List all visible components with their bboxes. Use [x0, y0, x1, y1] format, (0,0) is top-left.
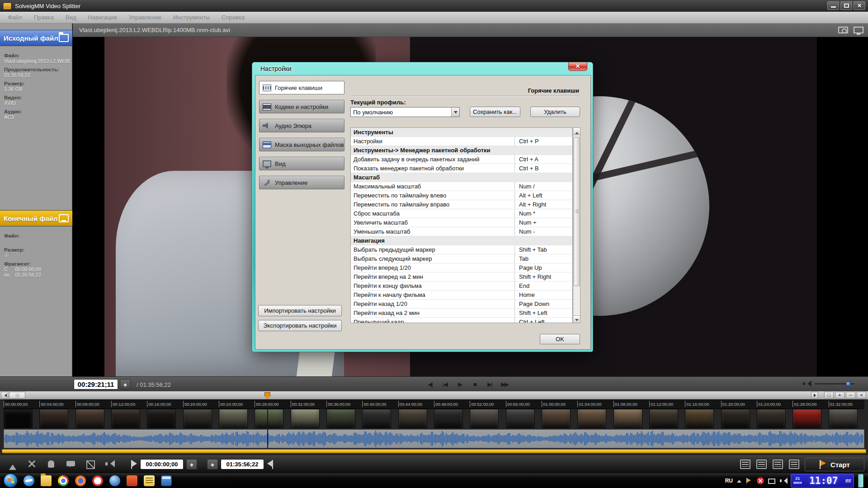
settings-tab[interactable]: Вид [259, 157, 344, 170]
menu-item[interactable]: Управление [123, 14, 167, 21]
export-settings-button[interactable]: Экспортировать настройки [258, 320, 342, 331]
edit-fragment-icon[interactable] [85, 459, 96, 469]
video-thumbnail[interactable] [685, 409, 714, 428]
video-thumbnail[interactable] [721, 409, 750, 428]
next-frame-button[interactable]: ▶▶ [499, 379, 510, 389]
close-button[interactable]: × [854, 1, 865, 10]
dialog-close-button[interactable]: ✕ [568, 62, 587, 71]
fragment-start-time-field[interactable]: 00:00:00;00 [140, 459, 184, 469]
video-thumbnail[interactable] [111, 409, 140, 428]
end-time-spinner[interactable] [207, 459, 218, 469]
hotkey-row[interactable]: Масштаб [351, 173, 572, 182]
chrome-icon[interactable] [58, 475, 69, 486]
hotkey-row[interactable]: Выбрать следующий маркер Tab [351, 254, 572, 263]
hotkey-row[interactable]: Перейти вперед 1/20 Page Up [351, 263, 572, 272]
hotkey-row[interactable]: Инструменты [351, 128, 572, 137]
video-thumbnail[interactable] [4, 409, 33, 428]
import-settings-button[interactable]: Импортировать настройки [258, 305, 342, 316]
volume-slider[interactable] [815, 383, 854, 385]
video-thumbnail[interactable] [542, 409, 571, 428]
video-thumbnail[interactable] [829, 409, 858, 428]
menu-item[interactable]: Справка [216, 14, 250, 21]
audio-waveform[interactable] [4, 429, 864, 448]
play-button[interactable]: ▶ [454, 379, 466, 389]
batch-manager-icon[interactable] [773, 460, 783, 469]
tasks-icon[interactable] [789, 460, 799, 469]
start-menu-button[interactable] [4, 474, 18, 488]
selection-range-bar[interactable] [2, 449, 866, 453]
hotkey-row[interactable]: Перейти назад 1/20 Page Down [351, 300, 572, 309]
video-thumbnail[interactable] [75, 409, 104, 428]
storyboard-icon[interactable] [740, 460, 750, 469]
app-window-icon[interactable] [161, 475, 172, 486]
settings-tab[interactable]: Горячие клавиши [259, 81, 344, 94]
hotkey-row[interactable]: Сброс масштаба Num * [351, 209, 572, 218]
scroll-down-icon[interactable] [573, 315, 580, 323]
menu-item[interactable]: Правка [28, 14, 60, 21]
browser-icon[interactable] [109, 475, 120, 486]
hotkey-row[interactable]: Навигация [351, 236, 572, 245]
minimize-button[interactable] [827, 1, 839, 10]
video-thumbnail[interactable] [793, 409, 821, 428]
video-thumbnail[interactable] [506, 409, 535, 428]
video-thumbnail[interactable] [291, 409, 320, 428]
settings-tab[interactable]: Управление [259, 176, 344, 189]
hotkey-row[interactable]: Предыдущий кадр Ctrl + Left [351, 318, 572, 323]
scroll-up-icon[interactable] [573, 128, 580, 135]
step-back-button[interactable]: |◀ [439, 379, 451, 389]
menu-item[interactable]: Инструменты [167, 14, 216, 21]
hotkey-row[interactable]: Переместить по таймлайну вправо Alt + Ri… [351, 200, 572, 209]
documents-icon[interactable] [144, 475, 155, 486]
settings-tab[interactable]: Аудио Эпюра [259, 119, 344, 132]
hotkey-row[interactable]: Уменьшить масштаб Num - [351, 227, 572, 236]
taskbar-clock[interactable]: 21 июн 11:07 пт [791, 474, 854, 488]
maximize-button[interactable] [840, 1, 852, 10]
menu-item[interactable]: Навигация [82, 14, 123, 21]
save-icon[interactable] [59, 214, 69, 222]
timeline-scroll-thumb[interactable] [9, 392, 25, 399]
profile-dropdown[interactable]: По умолчанию [350, 107, 460, 117]
video-thumbnail[interactable] [326, 409, 355, 428]
hotkeys-scrollbar[interactable] [573, 127, 580, 323]
settings-tab[interactable]: Маска выходных файлов [259, 138, 344, 151]
speaker-icon[interactable] [803, 380, 810, 387]
tray-flag-icon[interactable] [745, 477, 753, 484]
hotkey-row[interactable]: Перейти к концу фильма End [351, 282, 572, 291]
video-thumbnail[interactable] [39, 409, 68, 428]
video-thumbnail[interactable] [255, 409, 283, 428]
scroll-left-icon[interactable] [1, 392, 8, 399]
step-forward-button[interactable]: ▶| [484, 379, 495, 389]
menu-item[interactable]: Файл [2, 14, 28, 21]
video-thumbnail[interactable] [183, 409, 212, 428]
explorer-folder-icon[interactable] [41, 475, 52, 486]
window-titlebar[interactable]: SolveigMM Video Splitter × [0, 0, 868, 12]
timeline-scrollbar[interactable]: □+−× [0, 391, 868, 399]
hotkey-row[interactable]: Инструменты-> Менеджер пакетной обработк… [351, 146, 572, 155]
scroll-right-icon[interactable] [811, 392, 818, 399]
hotkey-row[interactable]: Максимальный масштаб Num / [351, 182, 572, 191]
hotkey-row[interactable]: Увеличить масштаб Num + [351, 218, 572, 227]
filmstrip[interactable] [4, 409, 864, 428]
hotkey-row[interactable]: Показать менеджер пакетной обработки Ctr… [351, 164, 572, 173]
ok-button[interactable]: OK [540, 334, 580, 344]
stop-button[interactable]: ■ [469, 379, 481, 389]
hotkey-row[interactable]: Выбрать предыдущий маркер Shift + Tab [351, 245, 572, 254]
fragment-end-time-field[interactable]: 01:35:56;22 [221, 459, 264, 469]
hotkey-row[interactable]: Добавить задачу в очередь пакетных задан… [351, 155, 572, 164]
video-thumbnail[interactable] [470, 409, 499, 428]
start-time-spinner[interactable] [186, 459, 197, 469]
hotkeys-table[interactable]: Инструменты Настройки Ctrl + P Инструмен… [350, 127, 573, 323]
zoom-in-icon[interactable]: + [835, 392, 844, 399]
tray-error-icon[interactable] [757, 477, 764, 484]
menu-item[interactable]: Вид [60, 14, 82, 21]
chevron-down-icon[interactable] [451, 108, 459, 117]
video-thumbnail[interactable] [434, 409, 463, 428]
current-time-field[interactable]: 00:29:21;11 [74, 379, 118, 389]
tray-volume-icon[interactable] [779, 477, 787, 484]
video-thumbnail[interactable] [577, 409, 606, 428]
show-desktop-button[interactable] [858, 474, 863, 488]
volume-knob[interactable] [846, 381, 851, 386]
video-thumbnail[interactable] [219, 409, 248, 428]
video-thumbnail[interactable] [613, 409, 642, 428]
media-app-icon[interactable] [127, 475, 137, 486]
